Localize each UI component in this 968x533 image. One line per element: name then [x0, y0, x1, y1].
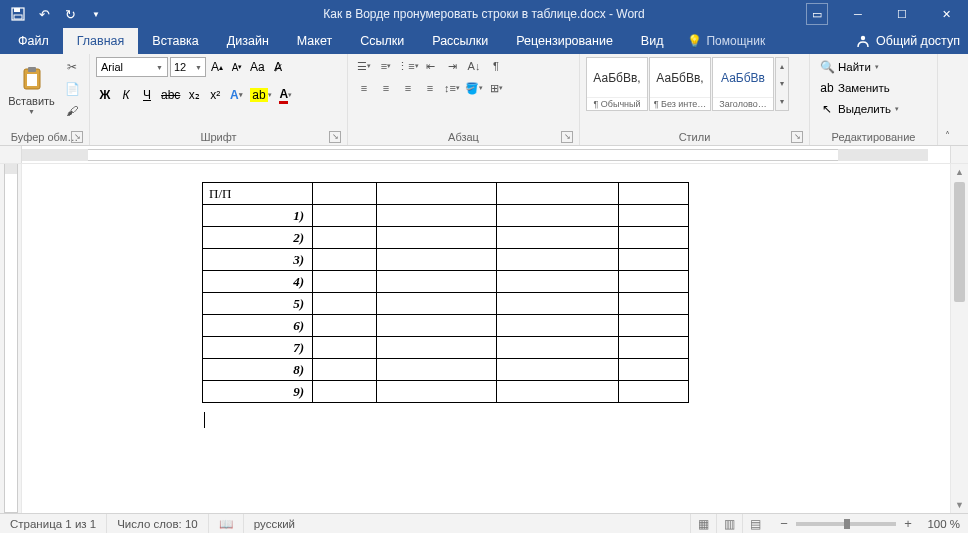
style-heading1[interactable]: АаБбВв Заголово… [712, 57, 774, 111]
zoom-out-button[interactable]: − [776, 516, 792, 531]
align-left-icon: ≡ [361, 82, 367, 94]
document-table[interactable]: П/П1)2)3)4)5)6)7)8)9) [202, 182, 689, 403]
group-label-paragraph: Абзац↘ [354, 129, 573, 145]
collapse-ribbon-button[interactable]: ˄ [938, 54, 956, 145]
align-left-button[interactable]: ≡ [354, 79, 374, 97]
superscript-button[interactable]: x² [206, 85, 224, 105]
style-name: Заголово… [713, 97, 773, 110]
tab-mailings[interactable]: Рассылки [418, 28, 502, 54]
font-size-combo[interactable]: 12▼ [170, 57, 206, 77]
tab-home[interactable]: Главная [63, 28, 139, 54]
tab-view[interactable]: Вид [627, 28, 678, 54]
sort-icon: A↓ [468, 60, 481, 72]
strike-button[interactable]: abc [159, 85, 182, 105]
status-language[interactable]: русский [244, 514, 305, 533]
text-effects-button[interactable]: A▾ [227, 85, 245, 105]
subscript-button[interactable]: x₂ [185, 85, 203, 105]
justify-button[interactable]: ≡ [420, 79, 440, 97]
paste-button[interactable]: Вставить ▼ [6, 57, 57, 123]
tab-references[interactable]: Ссылки [346, 28, 418, 54]
underline-button[interactable]: Ч [138, 85, 156, 105]
view-print-button[interactable]: ▥ [716, 514, 742, 534]
shading-button[interactable]: 🪣▾ [464, 79, 484, 97]
copy-button[interactable]: 📄 [61, 79, 83, 99]
save-button[interactable] [6, 3, 30, 25]
redo-button[interactable]: ↻ [58, 3, 82, 25]
status-page[interactable]: Страница 1 из 1 [0, 514, 107, 533]
vertical-scrollbar[interactable]: ▲ ▼ [950, 164, 968, 513]
view-read-button[interactable]: ▦ [690, 514, 716, 534]
view-web-button[interactable]: ▤ [742, 514, 768, 534]
show-marks-button[interactable]: ¶ [486, 57, 506, 75]
style-normal[interactable]: АаБбВв, ¶ Обычный [586, 57, 648, 111]
zoom-value[interactable]: 100 % [920, 518, 960, 530]
borders-button[interactable]: ⊞▾ [486, 79, 506, 97]
styles-scroll-up[interactable]: ▴ [776, 58, 788, 75]
vscroll-corner [950, 146, 968, 163]
styles-launcher[interactable]: ↘ [791, 131, 803, 143]
select-button[interactable]: ↖Выделить▾ [816, 99, 903, 119]
scroll-thumb[interactable] [954, 182, 965, 302]
change-case-button[interactable]: Aa [248, 57, 267, 77]
minimize-button[interactable]: ─ [836, 0, 880, 28]
bullets-button[interactable]: ☰▾ [354, 57, 374, 75]
page-viewport[interactable]: П/П1)2)3)4)5)6)7)8)9) [22, 164, 950, 513]
highlight-button[interactable]: ab▾ [248, 85, 273, 105]
increase-indent-button[interactable]: ⇥ [442, 57, 462, 75]
maximize-button[interactable]: ☐ [880, 0, 924, 28]
chevron-down-icon: ▼ [156, 64, 163, 71]
replace-button[interactable]: abЗаменить [816, 78, 903, 98]
zoom-handle[interactable] [844, 519, 850, 529]
tab-design[interactable]: Дизайн [213, 28, 283, 54]
ribbon-display-options[interactable]: ▭ [806, 3, 828, 25]
search-icon: 🔍 [820, 60, 834, 74]
font-launcher[interactable]: ↘ [329, 131, 341, 143]
tell-me-label: Помощник [706, 34, 765, 48]
tab-insert[interactable]: Вставка [138, 28, 212, 54]
styles-expand[interactable]: ▾ [776, 93, 788, 110]
clipboard-launcher[interactable]: ↘ [71, 131, 83, 143]
multilevel-button[interactable]: ⋮≡▾ [398, 57, 418, 75]
shrink-font-button[interactable]: A▾ [228, 57, 246, 77]
undo-button[interactable]: ↶ [32, 3, 56, 25]
group-label-font: Шрифт↘ [96, 129, 341, 145]
tab-file[interactable]: Файл [4, 28, 63, 54]
line-spacing-button[interactable]: ↕≡▾ [442, 79, 462, 97]
share-button[interactable]: Общий доступ [856, 28, 960, 54]
tell-me[interactable]: 💡 Помощник [677, 28, 775, 54]
hruler[interactable] [22, 146, 950, 163]
font-name-combo[interactable]: Arial▼ [96, 57, 168, 77]
bold-button[interactable]: Ж [96, 85, 114, 105]
format-painter-button[interactable]: 🖌 [61, 101, 83, 121]
scroll-track[interactable] [951, 180, 968, 497]
scroll-up-button[interactable]: ▲ [951, 164, 968, 180]
grow-font-button[interactable]: A▴ [208, 57, 226, 77]
tab-review[interactable]: Рецензирование [502, 28, 627, 54]
status-word-count[interactable]: Число слов: 10 [107, 514, 209, 533]
align-right-button[interactable]: ≡ [398, 79, 418, 97]
close-button[interactable]: ✕ [924, 0, 968, 28]
zoom-in-button[interactable]: + [900, 516, 916, 531]
cut-button[interactable]: ✂ [61, 57, 83, 77]
group-label-editing: Редактирование [816, 129, 931, 145]
scroll-down-button[interactable]: ▼ [951, 497, 968, 513]
paragraph-launcher[interactable]: ↘ [561, 131, 573, 143]
italic-button[interactable]: К [117, 85, 135, 105]
sort-button[interactable]: A↓ [464, 57, 484, 75]
ruler-vertical[interactable] [0, 164, 22, 513]
status-spellcheck[interactable]: 📖 [209, 514, 244, 533]
tab-layout[interactable]: Макет [283, 28, 346, 54]
qat-customize[interactable]: ▼ [84, 3, 108, 25]
numbering-button[interactable]: ≡▾ [376, 57, 396, 75]
style-name: ¶ Без инте… [650, 97, 710, 110]
chevron-down-icon: ▾ [875, 63, 879, 71]
align-center-button[interactable]: ≡ [376, 79, 396, 97]
find-button[interactable]: 🔍Найти▾ [816, 57, 903, 77]
styles-scroll-down[interactable]: ▾ [776, 75, 788, 92]
share-label: Общий доступ [876, 34, 960, 48]
clear-formatting-button[interactable]: A̷ [269, 57, 287, 77]
style-no-spacing[interactable]: АаБбВв, ¶ Без инте… [649, 57, 711, 111]
decrease-indent-button[interactable]: ⇤ [420, 57, 440, 75]
font-color-button[interactable]: A▾ [277, 85, 295, 105]
zoom-slider[interactable] [796, 522, 896, 526]
